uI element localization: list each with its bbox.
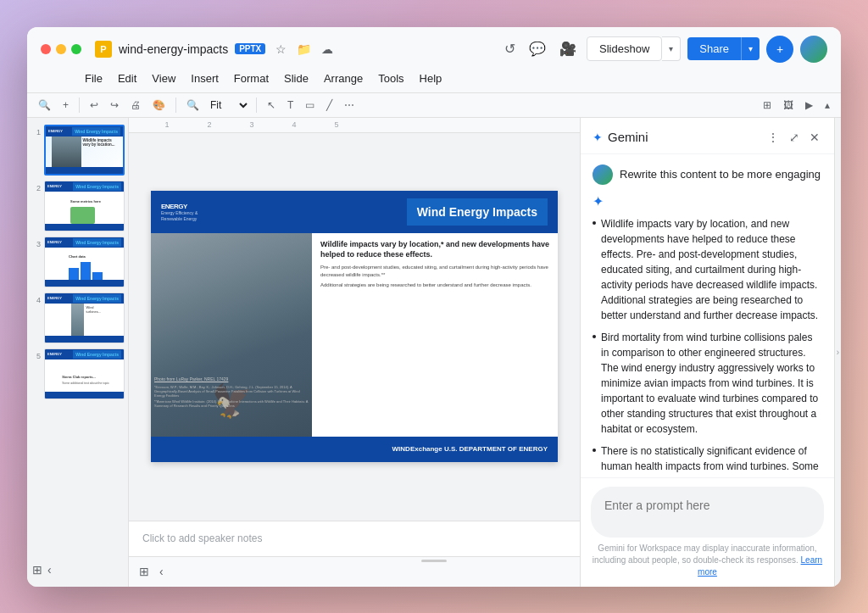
energy-dept-logo: ENERGY Energy Efficiency & Renewable Ene… bbox=[161, 203, 198, 222]
menu-bar: File Edit View Insert Format Slide Arran… bbox=[41, 68, 827, 92]
video-button[interactable]: 🎥 bbox=[556, 37, 580, 60]
speaker-notes-placeholder[interactable]: Click to add speaker notes bbox=[142, 532, 262, 544]
menu-edit[interactable]: Edit bbox=[111, 70, 143, 87]
grid-view-button[interactable]: ⊞ bbox=[32, 563, 42, 577]
menu-view[interactable]: View bbox=[145, 70, 182, 87]
gemini-disclaimer-text: Gemini for Workspace may display inaccur… bbox=[593, 543, 817, 565]
share-button[interactable]: Share bbox=[687, 37, 741, 60]
more-button[interactable]: ⋯ bbox=[340, 97, 359, 114]
energy-logo-text: ENERGY bbox=[161, 203, 198, 210]
slide-title: Wind Energy Impacts bbox=[417, 205, 537, 219]
energy-subtitle: Energy Efficiency & Renewable Energy bbox=[161, 210, 198, 222]
slide-editor: 1 2 3 4 5 ENERGY Energy Efficiency & Ren… bbox=[129, 118, 580, 587]
slide-body-para2: Additional strategies are being research… bbox=[320, 281, 549, 288]
slideshow-button[interactable]: Slideshow bbox=[587, 36, 662, 61]
slide-thumb-container-4: 4 ENERGY Wind Energy Impacts Wind turbin… bbox=[31, 293, 125, 343]
cursor-button[interactable]: ↖ bbox=[263, 97, 280, 114]
slide-thumbnail-2[interactable]: ENERGY Wind Energy Impacts Some metrics … bbox=[44, 181, 125, 231]
gemini-close-button[interactable]: ✕ bbox=[807, 128, 822, 147]
slide-body: 🦅 Photo from LuRay Parker, NREL 17429 *E… bbox=[151, 233, 558, 437]
zoom-fit-button[interactable]: 🔍 bbox=[182, 97, 203, 114]
slideshow-dropdown-button[interactable]: ▾ bbox=[662, 36, 681, 61]
menu-file[interactable]: File bbox=[78, 70, 109, 87]
slide-canvas[interactable]: ENERGY Energy Efficiency & Renewable Ene… bbox=[151, 191, 558, 462]
slide-footer: WINDExchange U.S. DEPARTMENT OF ENERGY bbox=[151, 437, 558, 462]
file-name: wind-energy-impacts bbox=[119, 42, 228, 56]
print-button[interactable]: 🖨 bbox=[126, 97, 145, 114]
chat-button[interactable]: 💬 bbox=[526, 37, 549, 60]
slide-canvas-area[interactable]: ENERGY Energy Efficiency & Renewable Ene… bbox=[129, 133, 580, 521]
menu-arrange[interactable]: Arrange bbox=[317, 70, 370, 87]
user-message-row: Rewrite this content to be more engaging bbox=[593, 164, 822, 185]
toolbar: 🔍 + ↩ ↪ 🖨 🎨 🔍 Fit 50% 75% 100% ↖ T ▭ ╱ ⋯… bbox=[27, 93, 841, 118]
slide-num-1: 1 bbox=[31, 125, 41, 137]
gemini-title: Gemini bbox=[608, 130, 765, 144]
nav-back-icon[interactable]: ‹ bbox=[156, 561, 167, 582]
share-dropdown-button[interactable]: ▾ bbox=[741, 37, 760, 60]
theme-button[interactable]: 🖼 bbox=[779, 97, 798, 114]
photo-credit: Photo from LuRay Parker, NREL 17429 *Eri… bbox=[151, 375, 312, 410]
bottom-toolbar: ⊞ ‹ bbox=[129, 556, 580, 587]
main-content: 1 ENERGY Wind Energy Impacts Wildlife im… bbox=[27, 118, 841, 587]
cloud-icon[interactable]: ☁ bbox=[321, 42, 333, 56]
grid-icon[interactable]: ⊞ bbox=[136, 561, 153, 582]
gemini-more-button[interactable]: ⋮ bbox=[765, 128, 782, 147]
slide-thumbnail-4[interactable]: ENERGY Wind Energy Impacts Wind turbines… bbox=[44, 293, 125, 343]
menu-help[interactable]: Help bbox=[413, 70, 449, 87]
slide-thumb-container-3: 3 ENERGY Wind Energy Impacts Chart data bbox=[31, 237, 125, 287]
gemini-collapse-handle[interactable]: › bbox=[834, 118, 841, 587]
gemini-disclaimer: Gemini for Workspace may display inaccur… bbox=[591, 543, 824, 578]
slide-thumb-container-1: 1 ENERGY Wind Energy Impacts Wildlife im… bbox=[31, 125, 125, 176]
bullet-dot-2 bbox=[593, 335, 596, 338]
maximize-button[interactable] bbox=[71, 44, 81, 54]
zoom-out-button[interactable]: 🔍 bbox=[34, 97, 55, 114]
prompt-input[interactable] bbox=[604, 499, 810, 526]
menu-tools[interactable]: Tools bbox=[371, 70, 410, 87]
line-button[interactable]: ╱ bbox=[322, 97, 337, 114]
menu-format[interactable]: Format bbox=[227, 70, 275, 87]
history-button[interactable]: ↺ bbox=[501, 37, 519, 60]
collapse-panel-button[interactable]: ‹ bbox=[47, 563, 52, 577]
minimize-button[interactable] bbox=[56, 44, 66, 54]
paint-format-button[interactable]: 🎨 bbox=[148, 97, 170, 114]
toolbar-right: ↺ 💬 🎥 Slideshow ▾ Share ▾ + bbox=[501, 36, 827, 63]
traffic-lights bbox=[41, 44, 81, 54]
app-window: P wind-energy-impacts PPTX ☆ 📁 ☁ ↺ 💬 🎥 S… bbox=[27, 27, 841, 587]
shape-button[interactable]: ▭ bbox=[301, 97, 319, 114]
folder-icon[interactable]: 📁 bbox=[297, 42, 311, 56]
undo-button[interactable]: ↩ bbox=[86, 97, 103, 114]
avatar[interactable] bbox=[800, 36, 827, 63]
slide-thumbnail-1[interactable]: ENERGY Wind Energy Impacts Wildlife impa… bbox=[44, 125, 125, 176]
animation-button[interactable]: ▶ bbox=[801, 97, 817, 114]
slide-num-3: 3 bbox=[31, 237, 41, 248]
add-button[interactable]: + bbox=[766, 36, 793, 63]
zoom-in-button[interactable]: + bbox=[58, 97, 73, 114]
gemini-panel: ✦ Gemini ⋮ ⤢ ✕ Rewrite this content to b… bbox=[580, 118, 834, 587]
gemini-prompt-area: Gemini for Workspace may display inaccur… bbox=[581, 477, 834, 587]
zoom-select[interactable]: Fit 50% 75% 100% bbox=[207, 98, 250, 112]
speaker-notes[interactable]: Click to add speaker notes bbox=[129, 521, 580, 556]
close-button[interactable] bbox=[41, 44, 51, 54]
slide-thumbnail-5[interactable]: ENERGY Wind Energy Impacts Sierra Club r… bbox=[44, 348, 125, 399]
slide-thumbnail-3[interactable]: ENERGY Wind Energy Impacts Chart data bbox=[44, 237, 125, 287]
text-button[interactable]: T bbox=[283, 97, 298, 114]
gemini-body: Rewrite this content to be more engaging… bbox=[581, 154, 834, 477]
slide-thumb-container-5: 5 ENERGY Wind Energy Impacts Sierra Club… bbox=[31, 348, 125, 399]
photo-credit-text: Photo from LuRay Parker, NREL 17429 bbox=[154, 376, 309, 382]
gemini-bullet-2: Bird mortality from wind turbine collisi… bbox=[593, 330, 822, 437]
slide-num-2: 2 bbox=[31, 181, 41, 192]
divider-1 bbox=[79, 98, 80, 113]
star-icon[interactable]: ☆ bbox=[275, 42, 287, 56]
gemini-expand-button[interactable]: ⤢ bbox=[787, 128, 802, 147]
menu-slide[interactable]: Slide bbox=[277, 70, 315, 87]
chevron-up-icon[interactable]: ▴ bbox=[821, 97, 834, 114]
layout-button[interactable]: ⊞ bbox=[759, 97, 776, 114]
gemini-star-icon: ✦ bbox=[593, 131, 603, 144]
menu-insert[interactable]: Insert bbox=[184, 70, 225, 87]
slideshow-control: Slideshow ▾ bbox=[587, 36, 681, 61]
user-avatar bbox=[593, 164, 613, 185]
redo-button[interactable]: ↪ bbox=[106, 97, 123, 114]
slide-text-col: Wildlife impacts vary by location,* and … bbox=[312, 233, 558, 437]
footnote-2: **American Wind Wildlife Institute. (201… bbox=[154, 399, 309, 408]
slide-body-para1: Pre- and post-development studies, educa… bbox=[320, 264, 549, 278]
